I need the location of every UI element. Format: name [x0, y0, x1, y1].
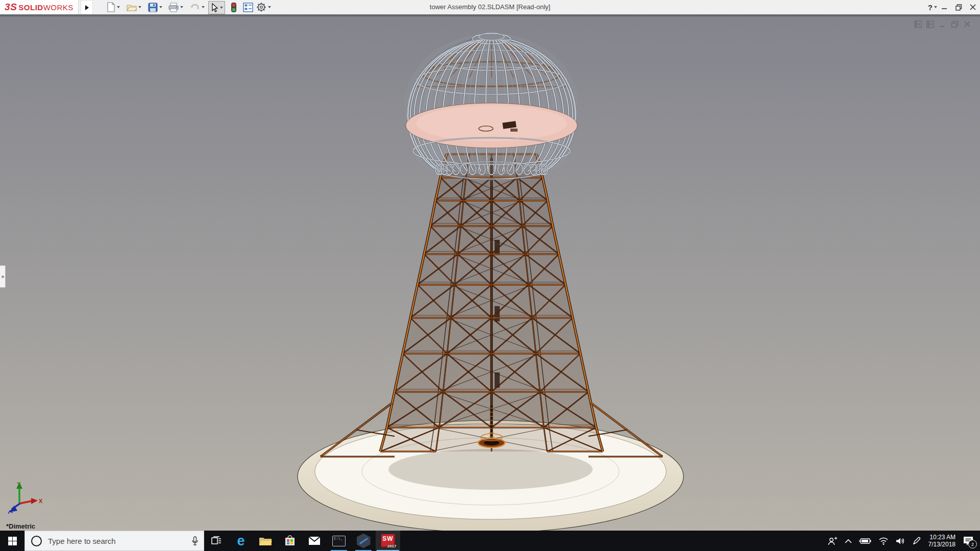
- file-explorer-button[interactable]: [253, 531, 278, 551]
- cortana-icon: [31, 536, 42, 546]
- start-button[interactable]: [0, 531, 24, 551]
- solidworks-2017-button[interactable]: SW 2017: [376, 531, 400, 551]
- minimize-icon: [941, 4, 947, 10]
- pane-collapse-left-icon[interactable]: [914, 20, 922, 28]
- help-button[interactable]: ?: [928, 1, 937, 13]
- search-input[interactable]: [47, 536, 186, 546]
- edrawings-icon: [357, 534, 371, 548]
- axis-y-label: Y: [17, 481, 21, 487]
- minimize-button[interactable]: [937, 0, 951, 14]
- edge-button[interactable]: e: [229, 531, 253, 551]
- command-prompt-icon: C:\_: [332, 536, 346, 546]
- tray-expand-button[interactable]: [841, 531, 855, 551]
- minimize-icon[interactable]: [939, 20, 946, 28]
- clock-date: 7/13/2018: [928, 541, 955, 548]
- microphone-icon[interactable]: [191, 536, 199, 546]
- store-icon: [284, 535, 296, 546]
- mail-icon: [308, 536, 321, 545]
- feature-manager-collapsed-tab[interactable]: [0, 265, 6, 288]
- wifi-icon: [878, 537, 889, 545]
- notification-badge: 2: [968, 540, 977, 548]
- title-bar: 3SSOLIDWORKS tower Assembly 02.SLDASM [R…: [0, 0, 980, 14]
- pane-collapse-right-icon[interactable]: [926, 20, 934, 28]
- command-prompt-button[interactable]: C:\_: [327, 531, 351, 551]
- view-orientation-label: *Dimetric: [6, 522, 35, 530]
- close-icon: [970, 4, 976, 10]
- network-button[interactable]: [875, 531, 892, 551]
- file-explorer-icon: [259, 536, 272, 546]
- taskbar-search[interactable]: [24, 531, 204, 551]
- windows-ink-button[interactable]: [909, 531, 924, 551]
- volume-button[interactable]: [892, 531, 909, 551]
- taskbar-clock[interactable]: 10:23 AM 7/13/2018: [924, 534, 960, 548]
- edrawings-button[interactable]: [351, 531, 376, 551]
- task-view-button[interactable]: [204, 531, 229, 551]
- pen-icon: [912, 537, 921, 545]
- windows-logo-icon: [8, 537, 17, 545]
- battery-icon: [859, 538, 871, 544]
- model-canvas[interactable]: [0, 16, 980, 531]
- store-button[interactable]: [278, 531, 302, 551]
- document-window-controls: [914, 20, 971, 28]
- action-center-button[interactable]: 2: [960, 531, 980, 551]
- edge-icon: e: [237, 534, 244, 548]
- windows-taskbar: e C:\_ SW 2017: [0, 531, 980, 551]
- people-button[interactable]: [824, 531, 841, 551]
- graphics-area[interactable]: Y X *Dimetric: [0, 16, 980, 531]
- battery-button[interactable]: [855, 531, 875, 551]
- close-button[interactable]: [966, 0, 980, 14]
- task-view-icon: [211, 536, 222, 545]
- people-icon: [828, 537, 838, 545]
- speaker-icon: [896, 537, 905, 545]
- orientation-triad: Y X: [4, 480, 47, 518]
- restore-button[interactable]: [951, 0, 966, 14]
- axis-x-label: X: [39, 498, 43, 504]
- close-icon[interactable]: [964, 20, 971, 28]
- mail-button[interactable]: [302, 531, 327, 551]
- document-title: tower Assembly 02.SLDASM [Read-only]: [0, 0, 980, 14]
- restore-icon: [955, 4, 962, 11]
- clock-time: 10:23 AM: [928, 534, 955, 541]
- chevron-up-icon: [845, 539, 852, 543]
- solidworks-2017-icon: SW 2017: [381, 534, 395, 547]
- restore-icon[interactable]: [951, 20, 959, 28]
